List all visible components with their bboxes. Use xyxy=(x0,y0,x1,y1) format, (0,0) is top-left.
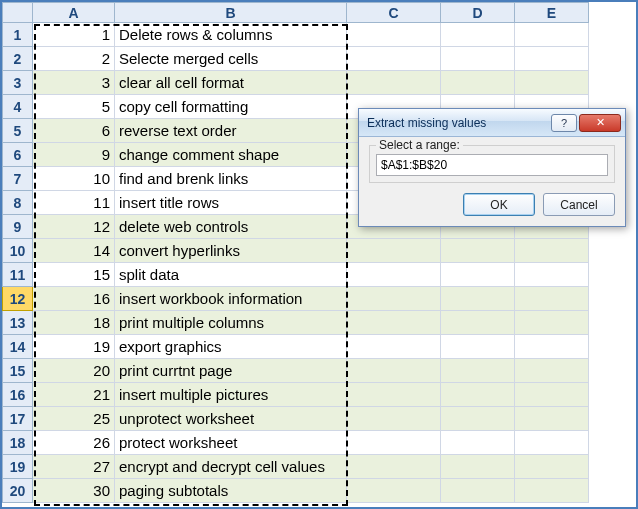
cell[interactable]: encrypt and decrypt cell values xyxy=(115,455,347,479)
cell[interactable]: split data xyxy=(115,263,347,287)
column-header-e[interactable]: E xyxy=(515,3,589,23)
cell[interactable] xyxy=(441,335,515,359)
cell[interactable]: convert hyperlinks xyxy=(115,239,347,263)
cell[interactable]: 20 xyxy=(33,359,115,383)
cell[interactable] xyxy=(441,383,515,407)
cell[interactable] xyxy=(515,47,589,71)
cell[interactable]: 5 xyxy=(33,95,115,119)
cell[interactable]: 14 xyxy=(33,239,115,263)
row-header[interactable]: 4 xyxy=(3,95,33,119)
cell[interactable] xyxy=(515,335,589,359)
cell[interactable] xyxy=(441,479,515,503)
cell[interactable]: change comment shape xyxy=(115,143,347,167)
cell[interactable] xyxy=(515,479,589,503)
column-header-d[interactable]: D xyxy=(441,3,515,23)
cell[interactable] xyxy=(347,335,441,359)
row-header[interactable]: 3 xyxy=(3,71,33,95)
cell[interactable] xyxy=(515,23,589,47)
cell[interactable] xyxy=(347,407,441,431)
row-header[interactable]: 13 xyxy=(3,311,33,335)
row-header[interactable]: 9 xyxy=(3,215,33,239)
row-header[interactable]: 11 xyxy=(3,263,33,287)
ok-button[interactable]: OK xyxy=(463,193,535,216)
row-header[interactable]: 19 xyxy=(3,455,33,479)
row-header[interactable]: 15 xyxy=(3,359,33,383)
cell[interactable]: 2 xyxy=(33,47,115,71)
cell[interactable]: print currtnt page xyxy=(115,359,347,383)
cell[interactable]: 3 xyxy=(33,71,115,95)
row-header[interactable]: 16 xyxy=(3,383,33,407)
cell[interactable]: print multiple columns xyxy=(115,311,347,335)
cell[interactable] xyxy=(515,263,589,287)
cell[interactable]: clear all cell format xyxy=(115,71,347,95)
cell[interactable] xyxy=(441,71,515,95)
cell[interactable] xyxy=(441,311,515,335)
cell[interactable]: 15 xyxy=(33,263,115,287)
row-header[interactable]: 5 xyxy=(3,119,33,143)
cell[interactable] xyxy=(347,479,441,503)
cell[interactable] xyxy=(515,455,589,479)
range-input[interactable] xyxy=(376,154,608,176)
cell[interactable] xyxy=(347,47,441,71)
row-header[interactable]: 20 xyxy=(3,479,33,503)
cell[interactable]: insert workbook information xyxy=(115,287,347,311)
cell[interactable] xyxy=(441,407,515,431)
cell[interactable] xyxy=(515,311,589,335)
cell[interactable] xyxy=(347,359,441,383)
cell[interactable]: export graphics xyxy=(115,335,347,359)
row-header[interactable]: 10 xyxy=(3,239,33,263)
cell[interactable]: copy cell formatting xyxy=(115,95,347,119)
cell[interactable] xyxy=(441,47,515,71)
cell[interactable] xyxy=(347,239,441,263)
cell[interactable]: paging subtotals xyxy=(115,479,347,503)
select-all-corner[interactable] xyxy=(3,3,33,23)
cell[interactable]: 11 xyxy=(33,191,115,215)
cell[interactable] xyxy=(515,287,589,311)
help-button[interactable]: ? xyxy=(551,114,577,132)
spreadsheet-grid[interactable]: ABCDE11Delete rows & columns22Selecte me… xyxy=(2,2,589,503)
cell[interactable] xyxy=(441,431,515,455)
cell[interactable]: 9 xyxy=(33,143,115,167)
row-header[interactable]: 18 xyxy=(3,431,33,455)
row-header[interactable]: 6 xyxy=(3,143,33,167)
cell[interactable] xyxy=(347,287,441,311)
cell[interactable]: reverse text order xyxy=(115,119,347,143)
cell[interactable]: Delete rows & columns xyxy=(115,23,347,47)
cell[interactable]: 30 xyxy=(33,479,115,503)
cell[interactable]: Selecte merged cells xyxy=(115,47,347,71)
cell[interactable] xyxy=(441,239,515,263)
cell[interactable]: 25 xyxy=(33,407,115,431)
dialog-titlebar[interactable]: Extract missing values ? ✕ xyxy=(359,109,625,137)
cell[interactable] xyxy=(515,407,589,431)
row-header[interactable]: 14 xyxy=(3,335,33,359)
cell[interactable]: find and brenk links xyxy=(115,167,347,191)
row-header[interactable]: 17 xyxy=(3,407,33,431)
row-header[interactable]: 8 xyxy=(3,191,33,215)
cell[interactable]: insert title rows xyxy=(115,191,347,215)
row-header[interactable]: 12 xyxy=(3,287,33,311)
column-header-a[interactable]: A xyxy=(33,3,115,23)
cell[interactable]: protect worksheet xyxy=(115,431,347,455)
cell[interactable] xyxy=(441,455,515,479)
cell[interactable]: 18 xyxy=(33,311,115,335)
cell[interactable] xyxy=(347,383,441,407)
cell[interactable]: unprotect worksheet xyxy=(115,407,347,431)
column-header-c[interactable]: C xyxy=(347,3,441,23)
cell[interactable]: 27 xyxy=(33,455,115,479)
column-header-b[interactable]: B xyxy=(115,3,347,23)
cell[interactable] xyxy=(347,431,441,455)
cell[interactable]: 19 xyxy=(33,335,115,359)
cell[interactable]: 21 xyxy=(33,383,115,407)
cell[interactable] xyxy=(515,239,589,263)
row-header[interactable]: 2 xyxy=(3,47,33,71)
cell[interactable] xyxy=(441,263,515,287)
cell[interactable] xyxy=(441,359,515,383)
row-header[interactable]: 7 xyxy=(3,167,33,191)
cell[interactable]: 26 xyxy=(33,431,115,455)
cell[interactable] xyxy=(441,23,515,47)
cell[interactable] xyxy=(515,71,589,95)
cell[interactable] xyxy=(515,431,589,455)
cell[interactable] xyxy=(441,287,515,311)
cell[interactable] xyxy=(347,23,441,47)
cell[interactable] xyxy=(347,263,441,287)
